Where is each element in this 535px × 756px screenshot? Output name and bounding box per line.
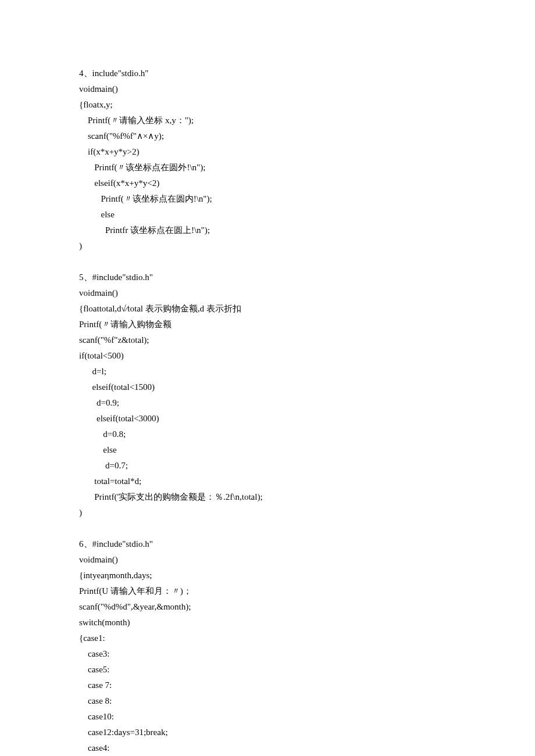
code-line: ) — [79, 505, 456, 521]
code-line: Printf(〃请输入坐标 x,y："); — [79, 113, 456, 128]
code-line: elseif(total<3000) — [79, 411, 456, 427]
code-line: case5: — [79, 662, 456, 678]
code-line: elseif(x*x+y*y<2) — [79, 175, 456, 191]
code-line: Printf(〃请输入购物金额 — [79, 317, 456, 332]
code-line: {case1: — [79, 630, 456, 646]
code-line: Printf('实际支出的购物金额是：％.2f\n,total); — [79, 489, 456, 505]
document-page: 4、include"stdio.h" voidmain() {floatx,y;… — [0, 0, 535, 756]
code-line: total=total*d; — [79, 474, 456, 489]
code-line: voidmain() — [79, 81, 456, 97]
code-line: {intyeaηmonth,days; — [79, 568, 456, 583]
code-line: Printf(〃该坐标点在圆外!\n"); — [79, 160, 456, 175]
code-line: ) — [79, 238, 456, 254]
code-line: d=0.8; — [79, 427, 456, 442]
code-line: else — [79, 207, 456, 223]
code-line: case 8: — [79, 693, 456, 709]
code-line: case3: — [79, 646, 456, 662]
code-line: scanf("%f"z&total); — [79, 332, 456, 348]
blank-line — [79, 254, 456, 270]
code-line: case10: — [79, 709, 456, 725]
code-line: 6、#include"stdio.h" — [79, 536, 456, 552]
code-line: d=0.9; — [79, 395, 456, 411]
blank-line — [79, 521, 456, 536]
code-line: elseif(total<1500) — [79, 379, 456, 395]
code-line: case4: — [79, 740, 456, 756]
code-line: switch(month) — [79, 615, 456, 630]
code-line: case12:days=31;break; — [79, 725, 456, 740]
code-line: {floatx,y; — [79, 97, 456, 113]
code-line: Printf(〃该坐标点在圆内!\n"); — [79, 191, 456, 207]
code-line: d=l; — [79, 364, 456, 379]
code-line: scanf("%d%d",&year,&month); — [79, 599, 456, 615]
code-line: else — [79, 442, 456, 458]
code-line: if(total<500) — [79, 348, 456, 364]
code-line: voidmain() — [79, 285, 456, 301]
code-line: 4、include"stdio.h" — [79, 66, 456, 81]
code-line: {floattotal,d√∕total 表示购物金额,d 表示折扣 — [79, 301, 456, 317]
code-line: Printf(U 请输入年和月：〃)； — [79, 583, 456, 599]
code-line: case 7: — [79, 678, 456, 693]
code-line: if(x*x+y*y>2) — [79, 144, 456, 160]
code-line: Printfr 该坐标点在圆上!\n"); — [79, 223, 456, 238]
code-line: voidmain() — [79, 552, 456, 568]
code-line: d=0.7; — [79, 458, 456, 474]
code-line: 5、#include"stdio.h" — [79, 270, 456, 285]
code-line: scanf("%f%f"∧×∧y); — [79, 128, 456, 144]
